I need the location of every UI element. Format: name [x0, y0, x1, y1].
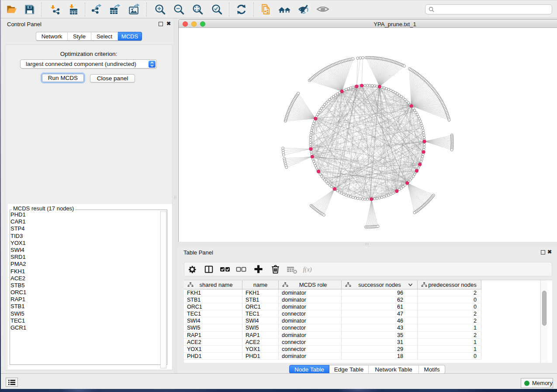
mcds-result-node[interactable]: RAP1 — [10, 296, 159, 303]
tab-node-table[interactable]: Node Table — [289, 365, 329, 374]
table-row[interactable]: SWI4SWI4dominator462 — [184, 317, 481, 324]
control-panel-float-icon[interactable] — [159, 22, 163, 26]
run-mcds-button[interactable]: Run MCDS — [42, 74, 84, 82]
first-neighbors-icon[interactable] — [277, 2, 291, 16]
table-scrollbar[interactable] — [540, 280, 547, 363]
mcds-result-node[interactable]: SRD1 — [10, 254, 159, 261]
import-network-icon[interactable] — [48, 2, 62, 16]
network-canvas[interactable] — [179, 28, 557, 242]
mcds-result-node[interactable]: ACE2 — [10, 275, 159, 282]
open-file-icon[interactable] — [4, 2, 18, 16]
node-table-rows: FKH1FKH1dominator962STB1STB1dominator620… — [184, 289, 481, 360]
tab-motifs[interactable]: Motifs — [419, 365, 445, 374]
table-scrollbar-thumb[interactable] — [542, 291, 547, 326]
mcds-result-node[interactable]: STB1 — [10, 303, 159, 310]
hide-selected-icon[interactable] — [297, 2, 311, 16]
table-cell: dominator — [279, 289, 342, 296]
mcds-result-panel: MCDS result (17 nodes) PHD1CAR1STP4TID3Y… — [8, 204, 172, 369]
table-cell: 96 — [342, 289, 418, 296]
memory-widget[interactable]: Memory — [521, 378, 553, 388]
select-all-icon[interactable] — [219, 264, 231, 275]
mcds-result-node[interactable]: SWI5 — [10, 310, 159, 317]
settings-gear-icon[interactable] — [187, 264, 198, 275]
mcds-result-node[interactable]: STB5 — [10, 282, 159, 289]
mcds-result-node[interactable]: FKH1 — [10, 268, 159, 275]
window-minimize-icon[interactable] — [191, 21, 197, 27]
horizontal-splitter-grip-icon[interactable] — [365, 243, 369, 246]
table-row[interactable]: STB1STB1dominator620 — [184, 296, 481, 303]
window-close-icon[interactable] — [183, 21, 188, 27]
table-row[interactable]: YOX1YOX1connector291 — [184, 346, 481, 353]
mcds-result-node[interactable]: YOX1 — [10, 240, 159, 247]
table-row[interactable]: SWI5SWI5connector431 — [184, 324, 481, 331]
network-window-titlebar[interactable]: YPA_prune.txt_1 — [179, 20, 557, 28]
memory-status-icon — [524, 381, 529, 386]
column-header-name[interactable]: name — [242, 280, 279, 289]
horizontal-splitter[interactable] — [177, 242, 557, 247]
mcds-result-node[interactable]: STP4 — [10, 225, 159, 232]
apply-layout-icon[interactable] — [234, 2, 248, 16]
tab-edge-table[interactable]: Edge Table — [329, 365, 369, 374]
mcds-result-node[interactable]: ORC1 — [10, 289, 159, 296]
mcds-result-node[interactable]: TEC1 — [10, 317, 159, 324]
column-header-MCDS-role[interactable]: MCDS role — [279, 280, 342, 289]
table-panel-close-icon[interactable]: ✖ — [547, 249, 552, 255]
show-columns-icon[interactable] — [203, 264, 214, 275]
search-input[interactable] — [436, 6, 552, 13]
control-panel-close-icon[interactable]: ✖ — [166, 21, 171, 27]
delete-column-icon[interactable] — [270, 264, 281, 275]
table-panel-float-icon[interactable] — [541, 250, 545, 254]
vertical-splitter-grip-icon[interactable] — [174, 196, 177, 199]
column-namespace-icon — [187, 282, 194, 287]
window-zoom-icon[interactable] — [200, 21, 205, 27]
deselect-all-icon[interactable] — [235, 264, 247, 275]
tab-select[interactable]: Select — [91, 32, 118, 41]
zoom-selected-icon[interactable] — [210, 2, 224, 16]
table-row[interactable]: PHD1PHD1dominator180 — [184, 353, 481, 360]
search-box[interactable] — [425, 4, 552, 14]
zoom-fit-icon[interactable] — [190, 2, 204, 16]
mcds-result-node[interactable]: GCR1 — [10, 324, 159, 331]
column-header-successor-nodes[interactable]: successor nodes — [342, 280, 418, 289]
mcds-result-node[interactable]: PMA2 — [10, 261, 159, 268]
table-row[interactable]: ACE2ACE2connector311 — [184, 339, 481, 346]
table-row[interactable]: RAP1RAP1dominator352 — [184, 332, 481, 339]
mcds-result-node[interactable]: TID3 — [10, 233, 159, 240]
table-row[interactable]: ORC1ORC1dominator610 — [184, 303, 481, 310]
table-cell: RAP1 — [184, 332, 242, 339]
column-namespace-icon — [345, 282, 351, 287]
export-image-icon[interactable] — [127, 2, 141, 16]
column-header-predecessor-nodes[interactable]: predecessor nodes — [418, 280, 481, 289]
optimization-criterion-select[interactable]: largest connected component (undirected) — [20, 59, 157, 69]
zoom-in-icon[interactable] — [153, 2, 167, 16]
show-all-icon[interactable] — [316, 2, 330, 16]
show-tasks-button[interactable] — [6, 378, 18, 387]
table-row[interactable]: TEC1TEC1connector472 — [184, 310, 481, 317]
mcds-result-node[interactable]: PHD1 — [10, 211, 159, 218]
save-session-icon[interactable] — [22, 2, 36, 16]
mcds-result-scrollbar[interactable] — [160, 211, 166, 368]
table-row[interactable]: FKH1FKH1dominator962 — [184, 289, 481, 296]
new-network-from-selection-icon[interactable] — [259, 2, 273, 16]
mcds-result-list[interactable]: PHD1CAR1STP4TID3YOX1SWI4SRD1PMA2FKH1ACE2… — [10, 211, 159, 368]
import-table-icon[interactable] — [66, 2, 80, 16]
export-table-icon[interactable] — [108, 2, 122, 16]
table-cell: 47 — [342, 310, 418, 317]
tab-network[interactable]: Network — [36, 32, 68, 41]
column-header-shared-name[interactable]: shared name — [184, 280, 242, 289]
tab-network-table[interactable]: Network Table — [369, 365, 419, 374]
add-column-icon[interactable] — [253, 264, 264, 275]
export-network-icon[interactable] — [90, 2, 104, 16]
mcds-result-node[interactable]: SWI4 — [10, 247, 159, 254]
table-cell: ORC1 — [184, 303, 242, 310]
zoom-out-icon[interactable] — [172, 2, 186, 16]
tab-style[interactable]: Style — [68, 32, 91, 41]
vertical-splitter[interactable] — [173, 18, 177, 373]
table-cell: 61 — [342, 303, 418, 310]
close-panel-button[interactable]: Close panel — [90, 74, 135, 83]
table-cell: 1 — [418, 324, 481, 331]
control-panel-tabs: NetworkStyleSelectMCDS — [36, 32, 142, 41]
tab-mcds[interactable]: MCDS — [118, 32, 142, 41]
table-cell: 1 — [418, 339, 481, 346]
mcds-result-node[interactable]: CAR1 — [10, 218, 159, 225]
